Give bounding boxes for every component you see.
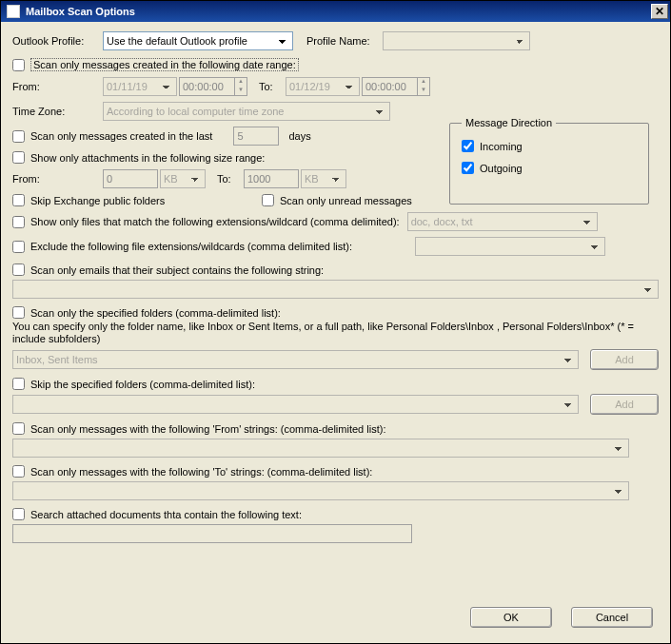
date-range-checkbox[interactable] — [12, 59, 25, 71]
date-to-select[interactable]: 01/12/19 — [286, 77, 360, 96]
profile-name-select[interactable] — [383, 31, 530, 50]
attach-text-input[interactable] — [12, 524, 412, 543]
size-to-label: To: — [217, 173, 244, 185]
date-from-select[interactable]: 01/11/19 — [103, 77, 177, 96]
to-strings-text: Scan only messages with the following 'T… — [30, 466, 372, 478]
ext-excl-select[interactable] — [415, 237, 605, 256]
message-direction-group: Message Direction Incoming Outgoing — [449, 117, 649, 205]
outgoing-checkbox-label[interactable]: Outgoing — [462, 162, 637, 174]
outgoing-text: Outgoing — [480, 163, 523, 174]
close-button[interactable]: ✕ — [651, 4, 668, 19]
ext-excl-text: Exclude the following file extensions/wi… — [30, 241, 352, 252]
from-strings-checkbox[interactable] — [12, 422, 25, 435]
ext-excl-checkbox-label[interactable]: Exclude the following file extensions/wi… — [12, 241, 352, 253]
outlook-profile-label: Outlook Profile: — [12, 35, 103, 47]
unread-checkbox-label[interactable]: Scan only unread messages — [262, 194, 412, 206]
to-strings-select[interactable] — [12, 481, 629, 500]
folders-checkbox-label[interactable]: Scan only the specified folders (comma-d… — [12, 306, 659, 319]
attach-text-text: Search attached documents thta contain t… — [30, 509, 302, 520]
incoming-text: Incoming — [480, 141, 523, 152]
incoming-checkbox-label[interactable]: Incoming — [462, 140, 637, 152]
unread-text: Scan only unread messages — [280, 195, 412, 206]
date-range-checkbox-label[interactable]: Scan only messages created in the follow… — [12, 58, 299, 71]
time-from-spinner[interactable]: ▲▼ — [179, 77, 247, 96]
folders-checkbox[interactable] — [12, 306, 25, 319]
from-strings-text: Scan only messages with the following 'F… — [30, 423, 385, 435]
size-to-unit[interactable]: KB — [301, 169, 346, 188]
attach-text-checkbox[interactable] — [12, 508, 25, 520]
to-strings-checkbox[interactable] — [12, 465, 25, 478]
ext-show-checkbox-label[interactable]: Show only files that match the following… — [12, 216, 400, 228]
dialog-content: Outlook Profile: Use the default Outlook… — [1, 22, 670, 639]
last-days-text: Scan only messages created in the last — [30, 130, 212, 142]
subject-select[interactable] — [12, 280, 659, 299]
skip-folders-text: Skip the specified folders (comma-delimi… — [30, 379, 255, 390]
skip-folders-checkbox-label[interactable]: Skip the specified folders (comma-delimi… — [12, 378, 659, 390]
timezone-label: Time Zone: — [12, 106, 103, 117]
skip-folders-checkbox[interactable] — [12, 378, 25, 390]
ext-excl-checkbox[interactable] — [12, 241, 25, 253]
time-to-input[interactable] — [362, 77, 417, 96]
date-range-text: Scan only messages created in the follow… — [30, 58, 299, 71]
size-from-input[interactable] — [103, 169, 158, 188]
size-range-checkbox[interactable] — [12, 151, 25, 164]
app-icon — [7, 5, 20, 18]
subject-checkbox[interactable] — [12, 263, 25, 276]
from-strings-select[interactable] — [12, 439, 629, 458]
cancel-button[interactable]: Cancel — [571, 607, 653, 628]
time-from-input[interactable] — [179, 77, 234, 96]
attach-text-checkbox-label[interactable]: Search attached documents thta contain t… — [12, 508, 659, 520]
last-days-checkbox[interactable] — [12, 130, 25, 143]
skip-exchange-checkbox-label[interactable]: Skip Exchange public folders — [12, 194, 262, 206]
to-label: To: — [259, 81, 286, 92]
window-title: Mailbox Scan Options — [26, 6, 651, 17]
subject-text: Scan only emails that their subject cont… — [30, 264, 324, 276]
size-range-text: Show only attachments in the following s… — [30, 152, 265, 164]
folders-text: Scan only the specified folders (comma-d… — [30, 307, 281, 319]
skip-exchange-checkbox[interactable] — [12, 194, 25, 206]
folders-select[interactable]: Inbox, Sent Items — [12, 350, 579, 369]
outlook-profile-select[interactable]: Use the default Outlook profile — [103, 31, 293, 50]
from-label: From: — [12, 81, 103, 92]
subject-checkbox-label[interactable]: Scan only emails that their subject cont… — [12, 263, 659, 276]
size-range-checkbox-label[interactable]: Show only attachments in the following s… — [12, 151, 265, 164]
unread-checkbox[interactable] — [262, 194, 274, 206]
incoming-checkbox[interactable] — [462, 140, 474, 152]
message-direction-legend: Message Direction — [462, 117, 556, 128]
days-label: days — [288, 130, 310, 142]
last-days-checkbox-label[interactable]: Scan only messages created in the last — [12, 130, 212, 143]
size-to-input[interactable] — [244, 169, 299, 188]
folders-add-button[interactable]: Add — [590, 349, 659, 370]
ext-show-text: Show only files that match the following… — [30, 216, 400, 227]
folders-hint: You can specify only the folder name, li… — [12, 321, 659, 345]
skip-folders-select[interactable] — [12, 395, 579, 414]
last-days-input[interactable] — [233, 127, 279, 146]
ok-button[interactable]: OK — [470, 607, 552, 628]
from-strings-checkbox-label[interactable]: Scan only messages with the following 'F… — [12, 422, 659, 435]
timezone-select[interactable]: According to local computer time zone — [103, 102, 390, 121]
time-to-spinner[interactable]: ▲▼ — [362, 77, 430, 96]
to-strings-checkbox-label[interactable]: Scan only messages with the following 'T… — [12, 465, 659, 478]
ext-show-select[interactable]: doc, docx, txt — [407, 212, 598, 231]
outgoing-checkbox[interactable] — [462, 162, 474, 174]
titlebar: Mailbox Scan Options ✕ — [1, 1, 670, 22]
size-from-label: From: — [12, 173, 103, 185]
skip-folders-add-button[interactable]: Add — [590, 394, 659, 415]
skip-exchange-text: Skip Exchange public folders — [30, 195, 165, 206]
size-from-unit[interactable]: KB — [160, 169, 206, 188]
ext-show-checkbox[interactable] — [12, 216, 25, 228]
profile-name-label: Profile Name: — [306, 35, 383, 47]
